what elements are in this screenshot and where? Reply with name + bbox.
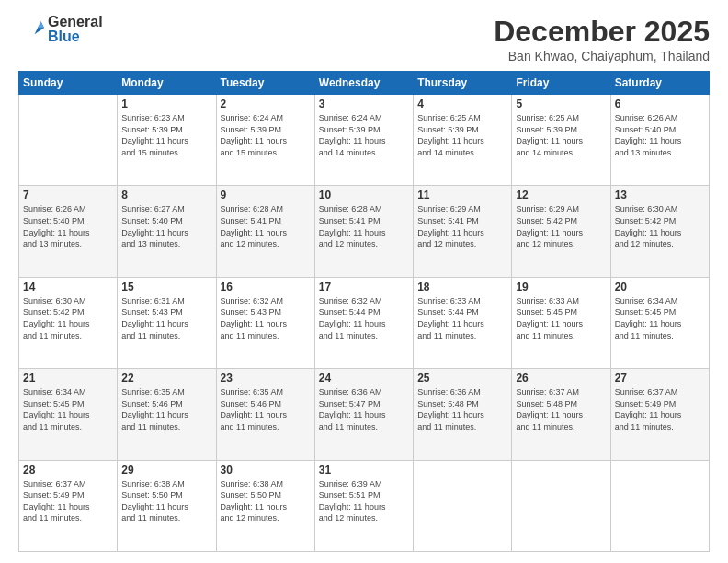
calendar-cell: 19Sunrise: 6:33 AM Sunset: 5:45 PM Dayli… xyxy=(512,277,610,368)
calendar-cell: 6Sunrise: 6:26 AM Sunset: 5:40 PM Daylig… xyxy=(610,95,709,186)
cell-info: Sunrise: 6:24 AM Sunset: 5:39 PM Dayligh… xyxy=(221,112,311,158)
day-number: 28 xyxy=(23,464,113,477)
day-number: 9 xyxy=(221,189,311,201)
day-number: 14 xyxy=(23,281,113,293)
calendar-cell: 11Sunrise: 6:29 AM Sunset: 5:41 PM Dayli… xyxy=(414,186,512,277)
calendar-cell: 10Sunrise: 6:28 AM Sunset: 5:41 PM Dayli… xyxy=(314,186,413,277)
cell-info: Sunrise: 6:28 AM Sunset: 5:41 PM Dayligh… xyxy=(221,203,311,249)
weekday-header: Wednesday xyxy=(314,72,413,95)
calendar-cell: 20Sunrise: 6:34 AM Sunset: 5:45 PM Dayli… xyxy=(610,277,709,368)
cell-info: Sunrise: 6:38 AM Sunset: 5:50 PM Dayligh… xyxy=(221,478,311,524)
logo-general-text: General xyxy=(48,15,103,29)
calendar-cell xyxy=(414,460,512,551)
day-number: 31 xyxy=(319,464,409,477)
day-number: 5 xyxy=(516,98,606,110)
header: General Blue December 2025 Ban Khwao, Ch… xyxy=(18,15,710,63)
calendar-cell: 5Sunrise: 6:25 AM Sunset: 5:39 PM Daylig… xyxy=(512,95,610,186)
cell-info: Sunrise: 6:37 AM Sunset: 5:48 PM Dayligh… xyxy=(516,386,606,432)
calendar-week-row: 7Sunrise: 6:26 AM Sunset: 5:40 PM Daylig… xyxy=(19,186,710,277)
logo: General Blue xyxy=(18,15,103,44)
weekday-header: Thursday xyxy=(414,72,512,95)
day-number: 19 xyxy=(516,281,606,293)
day-number: 26 xyxy=(516,372,606,385)
title-area: December 2025 Ban Khwao, Chaiyaphum, Tha… xyxy=(494,15,710,63)
month-title: December 2025 xyxy=(494,15,710,49)
cell-info: Sunrise: 6:36 AM Sunset: 5:47 PM Dayligh… xyxy=(319,386,409,432)
day-number: 8 xyxy=(121,189,211,201)
cell-info: Sunrise: 6:28 AM Sunset: 5:41 PM Dayligh… xyxy=(319,203,409,249)
calendar-table: SundayMondayTuesdayWednesdayThursdayFrid… xyxy=(18,71,710,552)
calendar-cell: 12Sunrise: 6:29 AM Sunset: 5:42 PM Dayli… xyxy=(512,186,610,277)
day-number: 18 xyxy=(417,281,507,293)
calendar-cell: 1Sunrise: 6:23 AM Sunset: 5:39 PM Daylig… xyxy=(118,95,216,186)
day-number: 23 xyxy=(221,372,311,385)
cell-info: Sunrise: 6:35 AM Sunset: 5:46 PM Dayligh… xyxy=(121,386,211,432)
location-subtitle: Ban Khwao, Chaiyaphum, Thailand xyxy=(494,49,710,63)
day-number: 27 xyxy=(615,372,705,385)
cell-info: Sunrise: 6:26 AM Sunset: 5:40 PM Dayligh… xyxy=(23,203,113,249)
day-number: 16 xyxy=(221,281,311,293)
cell-info: Sunrise: 6:30 AM Sunset: 5:42 PM Dayligh… xyxy=(23,295,113,341)
calendar-cell: 24Sunrise: 6:36 AM Sunset: 5:47 PM Dayli… xyxy=(314,369,413,460)
calendar-cell: 26Sunrise: 6:37 AM Sunset: 5:48 PM Dayli… xyxy=(512,369,610,460)
day-number: 7 xyxy=(23,189,113,201)
day-number: 17 xyxy=(319,281,409,293)
cell-info: Sunrise: 6:27 AM Sunset: 5:40 PM Dayligh… xyxy=(121,203,211,249)
calendar-cell: 21Sunrise: 6:34 AM Sunset: 5:45 PM Dayli… xyxy=(19,369,118,460)
day-number: 12 xyxy=(516,189,606,201)
weekday-header: Friday xyxy=(512,72,610,95)
calendar-cell: 22Sunrise: 6:35 AM Sunset: 5:46 PM Dayli… xyxy=(118,369,216,460)
weekday-header: Monday xyxy=(118,72,216,95)
day-number: 11 xyxy=(417,189,507,201)
cell-info: Sunrise: 6:35 AM Sunset: 5:46 PM Dayligh… xyxy=(221,386,311,432)
day-number: 15 xyxy=(121,281,211,293)
calendar-cell: 23Sunrise: 6:35 AM Sunset: 5:46 PM Dayli… xyxy=(216,369,314,460)
page: General Blue December 2025 Ban Khwao, Ch… xyxy=(0,0,728,563)
cell-info: Sunrise: 6:33 AM Sunset: 5:44 PM Dayligh… xyxy=(417,295,507,341)
calendar-cell: 15Sunrise: 6:31 AM Sunset: 5:43 PM Dayli… xyxy=(118,277,216,368)
day-number: 2 xyxy=(221,98,311,110)
calendar-cell: 29Sunrise: 6:38 AM Sunset: 5:50 PM Dayli… xyxy=(118,460,216,551)
day-number: 25 xyxy=(417,372,507,385)
cell-info: Sunrise: 6:39 AM Sunset: 5:51 PM Dayligh… xyxy=(319,478,409,524)
calendar-cell: 2Sunrise: 6:24 AM Sunset: 5:39 PM Daylig… xyxy=(216,95,314,186)
calendar-cell: 28Sunrise: 6:37 AM Sunset: 5:49 PM Dayli… xyxy=(19,460,118,551)
day-number: 10 xyxy=(319,189,409,201)
day-number: 13 xyxy=(615,189,705,201)
logo-text: General Blue xyxy=(48,15,103,44)
calendar-cell: 7Sunrise: 6:26 AM Sunset: 5:40 PM Daylig… xyxy=(19,186,118,277)
day-number: 24 xyxy=(319,372,409,385)
cell-info: Sunrise: 6:25 AM Sunset: 5:39 PM Dayligh… xyxy=(516,112,606,158)
calendar-cell: 4Sunrise: 6:25 AM Sunset: 5:39 PM Daylig… xyxy=(414,95,512,186)
day-number: 4 xyxy=(417,98,507,110)
calendar-cell xyxy=(19,95,118,186)
calendar-header-row: SundayMondayTuesdayWednesdayThursdayFrid… xyxy=(19,72,710,95)
cell-info: Sunrise: 6:23 AM Sunset: 5:39 PM Dayligh… xyxy=(121,112,211,158)
calendar-cell: 18Sunrise: 6:33 AM Sunset: 5:44 PM Dayli… xyxy=(414,277,512,368)
calendar-cell: 27Sunrise: 6:37 AM Sunset: 5:49 PM Dayli… xyxy=(610,369,709,460)
cell-info: Sunrise: 6:26 AM Sunset: 5:40 PM Dayligh… xyxy=(615,112,705,158)
logo-icon xyxy=(18,17,44,42)
svg-marker-1 xyxy=(38,21,44,28)
calendar-cell: 3Sunrise: 6:24 AM Sunset: 5:39 PM Daylig… xyxy=(314,95,413,186)
cell-info: Sunrise: 6:33 AM Sunset: 5:45 PM Dayligh… xyxy=(516,295,606,341)
calendar-cell: 25Sunrise: 6:36 AM Sunset: 5:48 PM Dayli… xyxy=(414,369,512,460)
day-number: 30 xyxy=(221,464,311,477)
cell-info: Sunrise: 6:30 AM Sunset: 5:42 PM Dayligh… xyxy=(615,203,705,249)
calendar-week-row: 28Sunrise: 6:37 AM Sunset: 5:49 PM Dayli… xyxy=(19,460,710,551)
calendar-cell: 8Sunrise: 6:27 AM Sunset: 5:40 PM Daylig… xyxy=(118,186,216,277)
calendar-cell: 17Sunrise: 6:32 AM Sunset: 5:44 PM Dayli… xyxy=(314,277,413,368)
calendar-cell xyxy=(512,460,610,551)
weekday-header: Saturday xyxy=(610,72,709,95)
weekday-header: Tuesday xyxy=(216,72,314,95)
cell-info: Sunrise: 6:25 AM Sunset: 5:39 PM Dayligh… xyxy=(417,112,507,158)
day-number: 21 xyxy=(23,372,113,385)
cell-info: Sunrise: 6:36 AM Sunset: 5:48 PM Dayligh… xyxy=(417,386,507,432)
cell-info: Sunrise: 6:31 AM Sunset: 5:43 PM Dayligh… xyxy=(121,295,211,341)
cell-info: Sunrise: 6:32 AM Sunset: 5:43 PM Dayligh… xyxy=(221,295,311,341)
cell-info: Sunrise: 6:34 AM Sunset: 5:45 PM Dayligh… xyxy=(23,386,113,432)
day-number: 3 xyxy=(319,98,409,110)
calendar-week-row: 14Sunrise: 6:30 AM Sunset: 5:42 PM Dayli… xyxy=(19,277,710,368)
day-number: 20 xyxy=(615,281,705,293)
calendar-week-row: 1Sunrise: 6:23 AM Sunset: 5:39 PM Daylig… xyxy=(19,95,710,186)
